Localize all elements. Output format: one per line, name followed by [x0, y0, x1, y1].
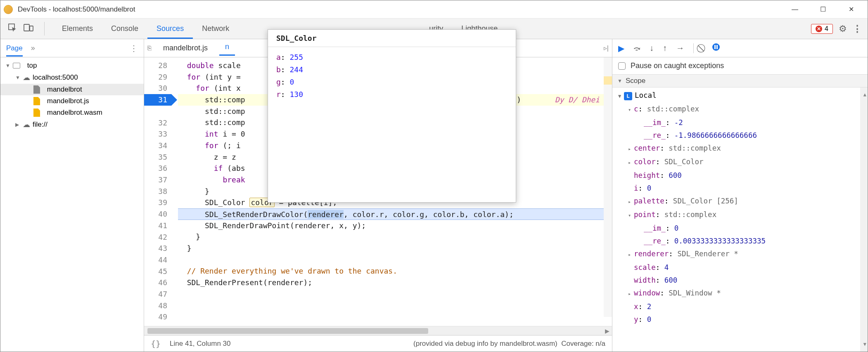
popup-body: a: 255b: 244g: 0r: 130	[268, 47, 516, 105]
svg-rect-1	[24, 24, 29, 31]
code-line[interactable]: SDL_RenderPresent(renderer);	[178, 277, 612, 288]
scope-var[interactable]: ▾c: std::complex	[612, 103, 868, 116]
close-button[interactable]: ✕	[843, 3, 859, 16]
scope-var[interactable]: ▸window: SDL_Window *	[612, 287, 868, 300]
debug-info-source: (provided via debug info by mandelbrot.w…	[240, 340, 605, 348]
scope-var[interactable]: height: 600	[612, 169, 868, 182]
scroll-down-icon[interactable]: ▼	[863, 338, 866, 351]
scope-header[interactable]: ▼ Scope	[612, 74, 868, 87]
tree-file-scheme[interactable]: ▶☁file://	[0, 118, 144, 131]
editor-nav-back-icon[interactable]: ⎘	[147, 45, 152, 52]
device-toggle-icon[interactable]	[24, 23, 33, 34]
scroll-exec-marker	[604, 76, 612, 85]
popup-title: SDL_Color	[268, 30, 516, 47]
local-badge-icon: L	[624, 92, 632, 100]
tab-elements[interactable]: Elements	[53, 19, 102, 39]
scope-var[interactable]: width: 600	[612, 274, 868, 287]
code-line[interactable]: }	[178, 231, 612, 243]
scope-var[interactable]: ▾point: std::complex	[612, 208, 868, 222]
code-line[interactable]	[178, 288, 612, 300]
sidebar-tab-page[interactable]: Page	[6, 40, 23, 57]
step-into-icon[interactable]: ↓	[650, 43, 654, 53]
pretty-print-icon[interactable]: {}	[151, 339, 161, 349]
scope-local-header[interactable]: ▼LLocal	[612, 89, 868, 103]
debugger-panel: ▶ ⤼ ↓ ↑ → ⃠ Pause on caught exceptions ▼…	[612, 39, 868, 352]
scope-var[interactable]: x: 2	[612, 300, 868, 313]
scope-var[interactable]: ▸color: SDL_Color	[612, 156, 868, 169]
hscroll-thumb[interactable]	[147, 328, 428, 334]
code-line[interactable]: // Render everything we've drawn to the …	[178, 265, 612, 277]
coverage-label: Coverage: n/a	[561, 340, 605, 347]
editor-statusbar: {} Line 41, Column 30 (provided via debu…	[144, 335, 612, 352]
inspect-icon[interactable]	[8, 23, 17, 34]
window-controls: ― ☐ ✕	[787, 3, 864, 16]
line-gutter[interactable]: 28 29 30 31 32 33 34 35 36 37 38 39 40 4…	[144, 57, 171, 326]
code-line[interactable]: SDL_RenderDrawPoint(renderer, x, y);	[178, 220, 612, 232]
editor-hide-icon[interactable]: ▹|	[604, 44, 609, 52]
error-icon: ✕	[816, 26, 822, 32]
scope-var[interactable]: i: 0	[612, 182, 868, 195]
scope-var[interactable]: __im_: -2	[612, 116, 868, 129]
titlebar: DevTools - localhost:5000/mandelbrot ― ☐…	[0, 0, 868, 19]
navigator-sidebar: Page » ⋮ ▼ top ▼☁localhost:5000 mandelbr…	[0, 39, 144, 352]
code-line[interactable]	[178, 254, 612, 266]
scope-var[interactable]: y: 0	[612, 313, 868, 326]
pause-caught-row[interactable]: Pause on caught exceptions	[612, 57, 868, 74]
scroll-up-icon[interactable]: ▲	[863, 88, 866, 101]
error-count: 4	[825, 25, 828, 33]
maximize-button[interactable]: ☐	[815, 3, 831, 16]
svg-rect-2	[30, 26, 33, 31]
vertical-scrollbar[interactable]	[604, 57, 612, 317]
editor-tab-mandelbrot-js[interactable]: mandelbrot.js	[157, 42, 213, 54]
code-line[interactable]: SDL_SetRenderDrawColor(renderer, color.r…	[178, 208, 612, 220]
scope-tree[interactable]: ▼LLocal ▾c: std::complex__im_: -2__re_: …	[612, 87, 868, 352]
svg-rect-4	[714, 45, 716, 49]
tree-file-mandelbrot-js[interactable]: mandelbrot.js	[0, 95, 144, 107]
scope-var[interactable]: __re_: -1.9866666666666666	[612, 129, 868, 142]
pause-caught-label: Pause on caught exceptions	[631, 61, 724, 70]
cursor-position: Line 41, Column 30	[170, 340, 230, 348]
window-title: DevTools - localhost:5000/mandelbrot	[18, 5, 787, 14]
scope-var[interactable]: ▸center: std::complex	[612, 142, 868, 156]
step-over-icon[interactable]: ⤼	[633, 43, 640, 53]
resume-icon[interactable]: ▶	[618, 43, 624, 53]
file-tree: ▼ top ▼☁localhost:5000 mandelbrot mandel…	[0, 57, 144, 352]
tree-file-mandelbrot[interactable]: mandelbrot	[0, 84, 144, 95]
sidebar-more-tabs-icon[interactable]: »	[31, 44, 35, 52]
step-out-icon[interactable]: ↑	[663, 43, 667, 53]
hover-popup: SDL_Color a: 255b: 244g: 0r: 130	[268, 29, 516, 203]
svg-point-3	[712, 43, 720, 51]
code-line[interactable]: }	[178, 243, 612, 254]
sidebar-menu-icon[interactable]: ⋮	[130, 43, 138, 53]
code-line[interactable]	[178, 300, 612, 311]
error-count-badge[interactable]: ✕ 4	[811, 24, 833, 34]
svg-rect-5	[716, 45, 718, 49]
scope-var[interactable]: ▸palette: SDL_Color [256]	[612, 195, 868, 208]
scope-scrollbar[interactable]: ▲ ▼	[860, 87, 868, 352]
horizontal-scrollbar[interactable]: ▶	[144, 326, 612, 335]
editor-tab-active[interactable]: n	[219, 41, 235, 56]
scope-var[interactable]: ▸renderer: SDL_Renderer *	[612, 248, 868, 261]
step-icon[interactable]: →	[676, 43, 684, 53]
tab-network[interactable]: Network	[193, 19, 238, 39]
hscroll-right-icon[interactable]: ▶	[605, 328, 609, 334]
pause-exceptions-icon[interactable]	[712, 43, 720, 53]
tree-file-mandelbrot-wasm[interactable]: mandelbrot.wasm	[0, 107, 144, 118]
tab-sources[interactable]: Sources	[147, 19, 193, 39]
pause-caught-checkbox[interactable]	[618, 62, 626, 70]
debugger-toolbar: ▶ ⤼ ↓ ↑ → ⃠	[612, 39, 868, 57]
tree-top[interactable]: ▼ top	[0, 60, 144, 71]
more-icon[interactable]: ⋮	[853, 24, 862, 34]
app-icon	[4, 5, 13, 14]
minimize-button[interactable]: ―	[787, 3, 803, 16]
settings-icon[interactable]: ⚙	[839, 24, 847, 34]
scope-var[interactable]: __re_: 0.0033333333333333335	[612, 235, 868, 248]
scope-collapse-icon: ▼	[617, 78, 622, 84]
devtools-window: DevTools - localhost:5000/mandelbrot ― ☐…	[0, 0, 868, 352]
tree-origin[interactable]: ▼☁localhost:5000	[0, 71, 144, 84]
debug-info-link[interactable]: mandelbrot.wasm	[500, 340, 555, 347]
scope-var[interactable]: scale: 4	[612, 261, 868, 274]
scope-var[interactable]: __im_: 0	[612, 222, 868, 235]
tab-console[interactable]: Console	[102, 19, 147, 39]
